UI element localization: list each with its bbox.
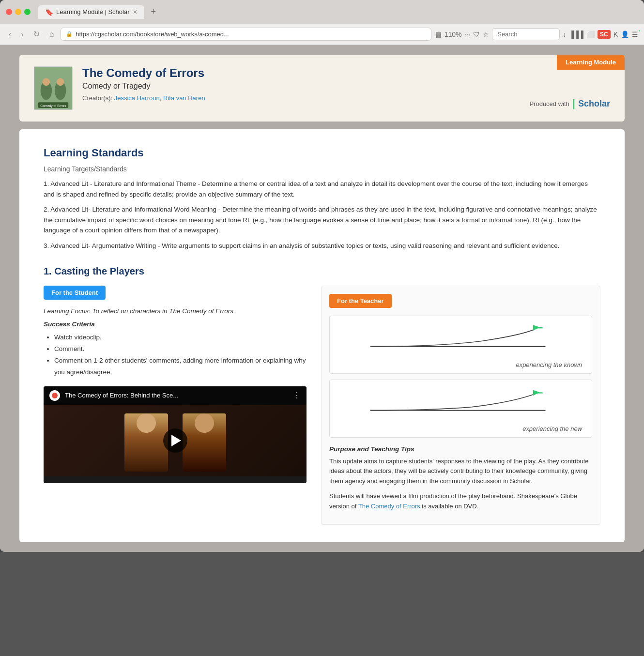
menu-icon[interactable]: ☰• xyxy=(632,31,638,38)
actor-head-2 xyxy=(195,413,214,433)
actor-head xyxy=(137,413,156,433)
chart-new-container: experiencing the new xyxy=(329,380,592,438)
learning-focus-text: Learning Focus: To reflect on characters… xyxy=(44,307,307,315)
two-col-layout: For the Student Learning Focus: To refle… xyxy=(44,286,600,525)
purpose-text-2: Students will have viewed a film product… xyxy=(329,491,592,512)
play-triangle-icon xyxy=(171,435,181,446)
teacher-column: For the Teacher experiencing the k xyxy=(321,286,600,525)
reader-icon[interactable]: ▤ xyxy=(435,31,442,38)
lock-icon: 🔒 xyxy=(66,31,73,37)
bullet-1: Watch videoclip. xyxy=(54,332,307,343)
chart-new-label: experiencing the new xyxy=(336,425,586,432)
record-dot xyxy=(52,393,58,398)
learning-focus-label: Learning Focus: xyxy=(44,307,91,315)
actor-right xyxy=(183,413,226,472)
learning-focus-content: To reflect on characters in The Comedy o… xyxy=(92,307,235,315)
book-cover-svg: Comedy of Errors xyxy=(34,66,72,110)
for-teacher-button[interactable]: For the Teacher xyxy=(329,294,392,308)
download-icon[interactable]: ↓ xyxy=(563,31,566,38)
tab-title: Learning Module | Scholar xyxy=(56,8,130,15)
nav-bar: ‹ › ↻ ⌂ 🔒 https://cgscholar.com/bookstor… xyxy=(0,24,644,45)
bullet-2: Comment. xyxy=(54,343,307,355)
bullet-3: Comment on 1-2 other students' comments,… xyxy=(54,355,307,379)
reload-button[interactable]: ↻ xyxy=(31,28,43,41)
scholar-logo-icon: | xyxy=(572,97,575,110)
record-icon xyxy=(49,390,60,401)
scholar-logo-text: Scholar xyxy=(578,99,610,109)
success-criteria-list: Watch videoclip. Comment. Comment on 1-2… xyxy=(44,332,307,379)
purpose-text-1: This update aims to capture students' re… xyxy=(329,457,592,487)
video-body xyxy=(44,405,307,476)
header-card: Learning Module Comedy of Errors xyxy=(19,55,625,122)
svg-point-4 xyxy=(57,78,64,86)
main-content-card: Learning Standards Learning Targets/Stan… xyxy=(19,129,625,542)
video-title: The Comedy of Errors: Behind the Sce... xyxy=(65,392,178,399)
extension-icon[interactable]: K xyxy=(613,31,618,38)
comedy-link[interactable]: The Comedy of Errors xyxy=(358,503,420,510)
video-header: The Comedy of Errors: Behind the Sce... … xyxy=(44,386,307,405)
back-button[interactable]: ‹ xyxy=(6,28,14,41)
title-bar: 🔖 Learning Module | Scholar ✕ + xyxy=(0,0,644,24)
header-content: Comedy of Errors The Comedy of Errors Co… xyxy=(34,66,610,110)
learning-module-badge: Learning Module xyxy=(557,55,625,70)
creators-link[interactable]: Jessica Harroun, Rita van Haren xyxy=(114,94,205,102)
creators-label-text: Creator(s): xyxy=(82,94,112,102)
tab-favicon-icon: 🔖 xyxy=(45,8,53,16)
for-student-button[interactable]: For the Student xyxy=(44,286,106,300)
home-button[interactable]: ⌂ xyxy=(46,28,57,41)
tab-bar: 🔖 Learning Module | Scholar ✕ + xyxy=(38,5,638,19)
standard-2: 2. Advanced Lit- Literature and Informat… xyxy=(44,204,600,236)
profile-icon[interactable]: 👤 xyxy=(621,31,629,38)
scholar-icon[interactable]: SC xyxy=(598,30,611,39)
learning-standards-title: Learning Standards xyxy=(44,147,600,159)
actor-left xyxy=(124,413,168,472)
standard-1: 1. Advanced Lit - Literature and Informa… xyxy=(44,179,600,199)
url-text: https://cgscholar.com/bookstore/web_work… xyxy=(76,31,426,38)
tab-close-icon[interactable]: ✕ xyxy=(133,9,138,15)
scholar-brand: Produced with | Scholar xyxy=(529,97,610,110)
svg-text:Comedy of Errors: Comedy of Errors xyxy=(40,104,66,108)
success-criteria-label: Success Criteria xyxy=(44,320,307,328)
forward-button[interactable]: › xyxy=(18,28,26,41)
video-menu-icon[interactable]: ⋮ xyxy=(293,391,301,400)
standards-subsection: Learning Targets/Standards xyxy=(44,165,600,173)
casting-section-title: 1. Casting the Players xyxy=(44,266,600,277)
nav-extras: ▤ 110% ··· 🛡 ☆ ↓ ▐▐▐ ⬜ SC K 👤 ☰• xyxy=(435,28,638,40)
active-tab[interactable]: 🔖 Learning Module | Scholar ✕ xyxy=(38,5,144,19)
header-text: The Comedy of Errors Comedy or Tragedy C… xyxy=(82,66,610,102)
zoom-level: 110% xyxy=(445,31,462,38)
chart-known-svg xyxy=(336,324,586,358)
standard-3: 3. Advanced Lit- Argumentative Writing -… xyxy=(44,241,600,251)
minimize-button[interactable] xyxy=(15,9,21,15)
bookmark-icon[interactable]: ☆ xyxy=(483,31,489,38)
page-content: Learning Module Comedy of Errors xyxy=(0,45,644,552)
new-tab-button[interactable]: + xyxy=(147,5,160,19)
svg-point-3 xyxy=(43,78,50,86)
pocket-icon[interactable]: 🛡 xyxy=(473,31,480,38)
chart-new-svg xyxy=(336,388,586,422)
purpose-title: Purpose and Teaching Tips xyxy=(329,445,592,453)
book-subtitle: Comedy or Tragedy xyxy=(82,82,610,91)
browser-window: 🔖 Learning Module | Scholar ✕ + ‹ › ↻ ⌂ … xyxy=(0,0,644,552)
traffic-lights xyxy=(6,9,31,15)
student-column: For the Student Learning Focus: To refle… xyxy=(44,286,307,525)
video-container[interactable]: The Comedy of Errors: Behind the Sce... … xyxy=(44,386,307,483)
tabs-icon[interactable]: ⬜ xyxy=(586,31,595,38)
book-title: The Comedy of Errors xyxy=(82,66,610,80)
search-input[interactable] xyxy=(492,28,560,40)
maximize-button[interactable] xyxy=(24,9,31,15)
more-icon[interactable]: ··· xyxy=(465,31,471,38)
shelf-icon[interactable]: ▐▐▐ xyxy=(569,31,583,38)
play-button[interactable] xyxy=(163,428,187,453)
book-cover-image: Comedy of Errors xyxy=(34,66,73,110)
close-button[interactable] xyxy=(6,9,12,15)
produced-by-text: Produced with xyxy=(529,100,569,107)
chart-known-label: experiencing the known xyxy=(336,361,586,368)
book-cover-bg: Comedy of Errors xyxy=(34,67,72,109)
url-bar[interactable]: 🔒 https://cgscholar.com/bookstore/web_wo… xyxy=(61,28,431,41)
chart-known-container: experiencing the known xyxy=(329,316,592,374)
